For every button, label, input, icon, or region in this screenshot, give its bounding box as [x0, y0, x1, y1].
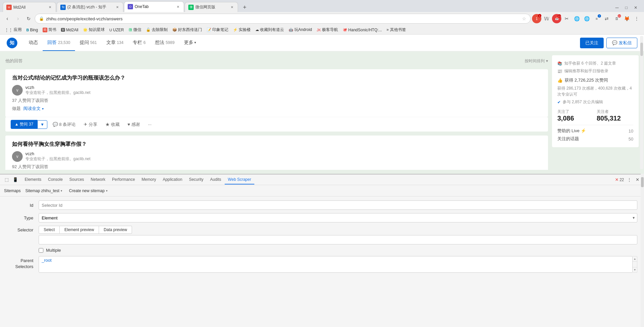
bookmark-jianshu[interactable]: 简简书	[41, 26, 58, 33]
devtools-close-button[interactable]: ✕	[633, 176, 641, 184]
tab-md2all[interactable]: M Md2All ✕	[3, 2, 56, 12]
sort-button[interactable]: 按时间排列 ▾	[525, 58, 548, 64]
ext-icon-5[interactable]: 🌐	[572, 14, 581, 23]
ext-icon-6[interactable]: 🌐	[582, 14, 591, 23]
username-2[interactable]: vczh	[25, 151, 90, 156]
zhihu-logo[interactable]: 知	[7, 38, 17, 48]
forward-button[interactable]: ›	[13, 14, 23, 23]
tab-audits[interactable]: Audits	[207, 175, 224, 184]
error-count-badge[interactable]: ✕ 22	[615, 177, 624, 182]
maximize-button[interactable]: □	[622, 3, 631, 12]
tab-webscraper[interactable]: Web Scraper	[225, 175, 255, 184]
answer-title-1[interactable]: 当对公式/结论的记忆成为学习的瓶颈该怎么办？	[12, 75, 541, 82]
avatar-2[interactable]: v	[12, 151, 23, 162]
nav-item-xiangfa[interactable]: 想法 5989	[150, 35, 179, 51]
tab-close-wechat[interactable]: ✕	[230, 5, 234, 10]
scrollbar-down[interactable]: ▼	[633, 267, 637, 272]
page-scrollbar[interactable]	[640, 51, 643, 169]
bookmark-bing[interactable]: BBing	[24, 27, 40, 33]
tab-memory[interactable]: Memory	[138, 175, 159, 184]
id-input[interactable]	[39, 200, 637, 210]
tab-network[interactable]: Network	[87, 175, 109, 184]
tab-close-md2all[interactable]: ✕	[48, 5, 52, 10]
vote-up-btn-1[interactable]: ▲ 赞同 37 ▼	[11, 120, 47, 129]
ext-icon-7[interactable]: ≡7	[592, 14, 601, 23]
ext-icon-9[interactable]: 🗓22	[612, 14, 621, 23]
ext-icon-1[interactable]: 11	[532, 14, 541, 23]
nav-item-wenzhang[interactable]: 文章 134	[102, 35, 128, 51]
ext-icon-2[interactable]: 𝕎	[542, 14, 551, 23]
reload-button[interactable]: ↻	[24, 14, 33, 23]
bookmark-uzer[interactable]: UUZER	[107, 27, 126, 33]
more-btn-1[interactable]: ···	[145, 121, 154, 128]
following-stat[interactable]: 关注了 3,086	[557, 109, 594, 122]
followers-stat[interactable]: 关注者 805,312	[597, 109, 633, 122]
create-sitemap-dropdown[interactable]: Create new sitemap ▾	[67, 188, 110, 194]
bookmark-wechat[interactable]: 微微信	[127, 26, 143, 33]
nav-item-huida[interactable]: 回答 23,530	[43, 35, 75, 51]
message-button[interactable]: 💬 发私信	[606, 38, 637, 48]
element-preview-button[interactable]: Element preview	[60, 226, 99, 234]
ext-icon-8[interactable]: ⇄	[602, 14, 611, 23]
new-tab-button[interactable]: +	[240, 3, 249, 12]
follow-button[interactable]: 已关注	[580, 38, 604, 48]
tab-onetab[interactable]: O OneTab ✕	[124, 1, 184, 12]
bookmark-youdao[interactable]: 📝印象笔记	[205, 26, 230, 33]
tab-zhihu[interactable]: 知 (2 条消息) vczh - 知乎 ✕	[57, 2, 123, 12]
tab-security[interactable]: Security	[186, 175, 207, 184]
url-bar[interactable]: 🔒 zhihu.com/people/excited-vczh/answers …	[35, 14, 531, 24]
url-star-icon[interactable]: ☆	[522, 16, 526, 21]
devtools-icon-device[interactable]: 📱	[11, 176, 19, 184]
nav-item-dongtai[interactable]: 动态	[24, 35, 43, 51]
bookmark-youdao2[interactable]: ☁收藏到有道云	[253, 26, 286, 33]
read-more-1[interactable]: 阅读全文	[23, 106, 41, 112]
selector-input[interactable]	[39, 235, 637, 244]
tab-wechat[interactable]: 微 微信网页版 ✕	[185, 2, 238, 12]
devtools-scrollbar[interactable]	[641, 174, 644, 327]
thanks-btn-1[interactable]: ♥ 感谢	[125, 120, 143, 129]
tab-elements[interactable]: Elements	[21, 175, 45, 184]
bookmark-transfer[interactable]: 📦好东西传送门	[170, 26, 204, 33]
parent-list-item-root[interactable]: _root	[42, 258, 630, 263]
ext-more-button[interactable]: ⋮	[632, 14, 641, 23]
share-btn-1[interactable]: ✈ 分享	[81, 120, 100, 129]
tab-application[interactable]: Application	[159, 175, 186, 184]
parent-scrollbar[interactable]: ▲ ▼	[633, 256, 637, 273]
avatar-1[interactable]: v	[12, 85, 23, 96]
tab-console[interactable]: Console	[45, 175, 66, 184]
sitemap-test-dropdown[interactable]: Sitemap zhihu_test ▾	[23, 188, 64, 194]
bookmark-geek[interactable]: JK极客导航	[315, 26, 340, 33]
bookmark-github[interactable]: 🐙HandSonic/HTQ:...	[341, 27, 384, 33]
sitemaps-label[interactable]: Sitemaps	[4, 188, 21, 193]
bookmark-md2all[interactable]: MMd2All	[59, 27, 80, 33]
close-button[interactable]: ✕	[631, 3, 640, 12]
type-select[interactable]: Element Text Link Image Table	[39, 213, 637, 222]
scrollbar-up[interactable]: ▲	[633, 256, 637, 262]
tab-close-zhihu[interactable]: ✕	[115, 5, 120, 10]
bookmark-remove[interactable]: 🔓去除限制	[144, 26, 170, 33]
data-preview-button[interactable]: Data preview	[99, 226, 132, 234]
bookmark-zsxq[interactable]: 🌟知识星球	[81, 26, 107, 33]
nav-item-tiwen[interactable]: 提问 561	[75, 35, 102, 51]
comment-btn-1[interactable]: 💬 8 条评论	[50, 120, 78, 129]
nav-item-zhuanlan[interactable]: 专栏 6	[128, 35, 150, 51]
devtools-icon-inspect[interactable]: ⬚	[3, 176, 11, 184]
ext-icon-4[interactable]: ✂	[562, 14, 571, 23]
bookmark-more[interactable]: » 其他书签	[385, 26, 408, 33]
bookmark-android[interactable]: 🤖玩Android	[287, 26, 314, 33]
tab-performance[interactable]: Performance	[109, 175, 138, 184]
bookmark-apps[interactable]: ⋮⋮ 应用	[3, 26, 24, 33]
ext-icon-10[interactable]: 🦊	[622, 14, 631, 23]
tab-sources[interactable]: Sources	[66, 175, 87, 184]
select-button[interactable]: Select	[39, 226, 60, 234]
username-1[interactable]: vczh	[25, 85, 90, 90]
ext-icon-3[interactable]: 📅11	[552, 14, 561, 23]
tab-close-onetab[interactable]: ✕	[176, 4, 180, 9]
minimize-button[interactable]: ─	[613, 3, 621, 12]
devtools-more-button[interactable]: ⋮	[625, 176, 633, 184]
answer-title-2[interactable]: 如何看待平胸女生穿胸罩作假？	[12, 141, 541, 148]
multiple-checkbox[interactable]	[39, 248, 43, 253]
nav-item-more[interactable]: 更多 ▾	[179, 35, 201, 51]
parent-list[interactable]: _root	[39, 256, 633, 273]
bookmark-lab[interactable]: ⚡实验楼	[231, 26, 253, 33]
